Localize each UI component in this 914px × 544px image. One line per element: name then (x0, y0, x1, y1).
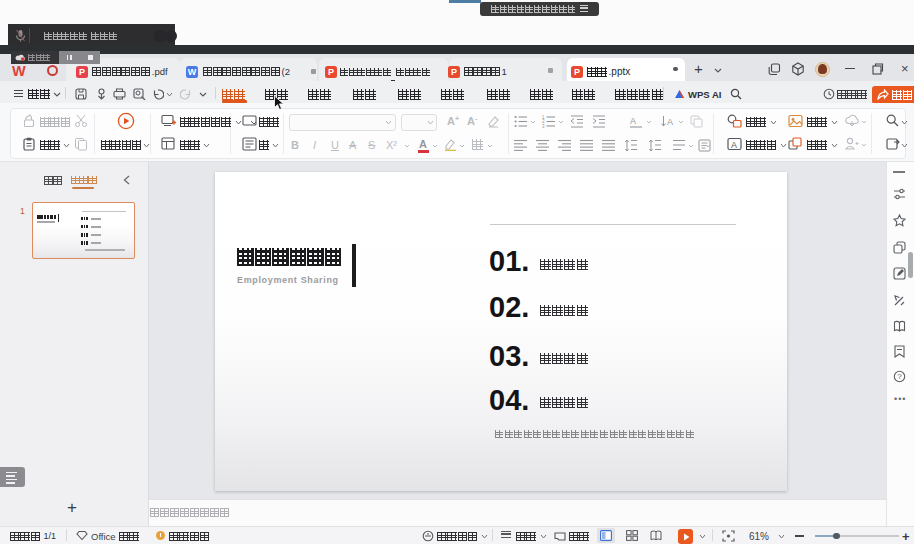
svg-text:A: A (731, 140, 737, 150)
svg-text:?: ? (897, 372, 902, 381)
svg-text:A: A (667, 117, 673, 127)
svg-text:A: A (630, 116, 636, 126)
svg-text:3: 3 (542, 124, 545, 129)
svg-text:W: W (12, 63, 26, 79)
